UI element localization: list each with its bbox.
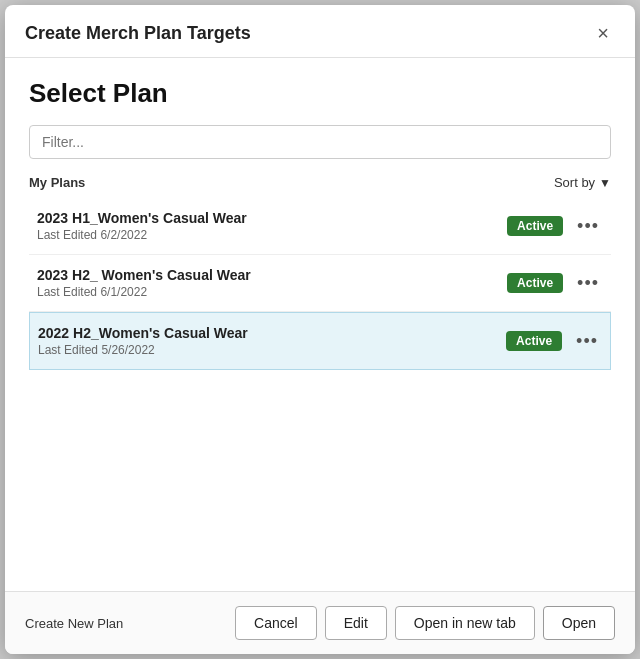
plan-info: 2023 H2_ Women's Casual Wear Last Edited… (37, 267, 251, 299)
plan-last-edited: Last Edited 6/1/2022 (37, 285, 251, 299)
plan-name: 2023 H1_Women's Casual Wear (37, 210, 247, 226)
plan-info: 2023 H1_Women's Casual Wear Last Edited … (37, 210, 247, 242)
sort-by-button[interactable]: Sort by ▼ (554, 175, 611, 190)
plan-last-edited: Last Edited 6/2/2022 (37, 228, 247, 242)
modal-body: Select Plan My Plans Sort by ▼ 2023 H1_W… (5, 58, 635, 591)
open-button[interactable]: Open (543, 606, 615, 640)
section-title: Select Plan (29, 78, 611, 109)
close-button[interactable]: × (591, 21, 615, 45)
plan-actions: Active ••• (507, 215, 603, 237)
modal-header: Create Merch Plan Targets × (5, 5, 635, 58)
sort-by-label: Sort by (554, 175, 595, 190)
plan-name: 2023 H2_ Women's Casual Wear (37, 267, 251, 283)
filter-input[interactable] (29, 125, 611, 159)
modal-title: Create Merch Plan Targets (25, 23, 251, 44)
more-options-button[interactable]: ••• (573, 215, 603, 237)
table-row[interactable]: 2022 H2_Women's Casual Wear Last Edited … (29, 312, 611, 370)
open-in-new-tab-button[interactable]: Open in new tab (395, 606, 535, 640)
plan-name: 2022 H2_Women's Casual Wear (38, 325, 248, 341)
plan-last-edited: Last Edited 5/26/2022 (38, 343, 248, 357)
status-badge: Active (507, 216, 563, 236)
more-options-button[interactable]: ••• (572, 330, 602, 352)
edit-button[interactable]: Edit (325, 606, 387, 640)
plan-actions: Active ••• (507, 272, 603, 294)
chevron-down-icon: ▼ (599, 176, 611, 190)
modal-footer: Create New Plan Cancel Edit Open in new … (5, 591, 635, 654)
plan-info: 2022 H2_Women's Casual Wear Last Edited … (38, 325, 248, 357)
plans-list: 2023 H1_Women's Casual Wear Last Edited … (29, 198, 611, 370)
status-badge: Active (507, 273, 563, 293)
more-options-button[interactable]: ••• (573, 272, 603, 294)
table-row[interactable]: 2023 H1_Women's Casual Wear Last Edited … (29, 198, 611, 255)
footer-buttons: Cancel Edit Open in new tab Open (235, 606, 615, 640)
modal: Create Merch Plan Targets × Select Plan … (5, 5, 635, 654)
list-header: My Plans Sort by ▼ (29, 175, 611, 190)
my-plans-label: My Plans (29, 175, 85, 190)
create-new-plan-link[interactable]: Create New Plan (25, 616, 123, 631)
plan-actions: Active ••• (506, 330, 602, 352)
table-row[interactable]: 2023 H2_ Women's Casual Wear Last Edited… (29, 255, 611, 312)
cancel-button[interactable]: Cancel (235, 606, 317, 640)
status-badge: Active (506, 331, 562, 351)
